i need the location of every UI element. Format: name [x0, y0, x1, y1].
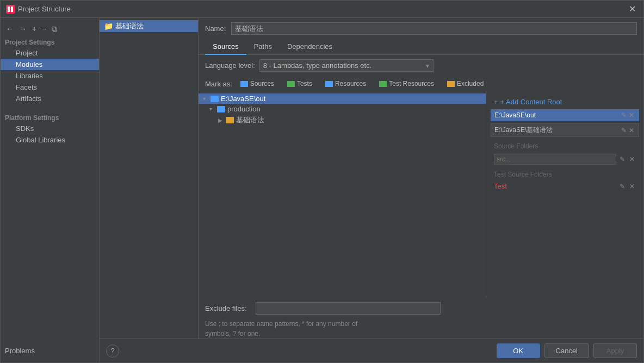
resources-folder-icon — [325, 81, 333, 87]
module-item-label: 基础语法 — [115, 21, 144, 31]
tree-item-production-label: production — [227, 105, 261, 113]
exclude-files-input[interactable] — [256, 302, 441, 315]
main-content: 📁 基础语法 Name: Sources Paths Depe — [100, 18, 643, 362]
sidebar-item-artifacts[interactable]: Artifacts — [1, 93, 99, 104]
dialog-title: Project Structure — [18, 5, 627, 13]
intellij-icon — [6, 5, 15, 14]
folder-out-icon — [210, 96, 219, 102]
svg-rect-1 — [8, 7, 10, 12]
exclude-files-row: Exclude files: — [199, 298, 643, 319]
add-content-root-button[interactable]: + + Add Content Root — [491, 96, 639, 108]
content-root-out: E:\JavaSE\out ✎ ✕ — [491, 109, 639, 121]
sidebar-item-modules[interactable]: Modules — [1, 59, 99, 70]
test-folder-item: Test ✎ ✕ — [491, 180, 639, 192]
sidebar-item-facets-label: Facets — [16, 83, 37, 91]
mark-sources-label: Sources — [250, 80, 274, 87]
bottom-bar: ? OK Cancel Apply — [100, 339, 643, 362]
name-input[interactable] — [231, 22, 637, 35]
svg-rect-0 — [6, 5, 15, 14]
sources-folder-icon — [240, 81, 248, 87]
source-folder-input-row: ✎ ✕ — [491, 152, 639, 166]
sidebar-item-problems[interactable]: Problems — [1, 343, 99, 358]
edit-source-folder-button[interactable]: ✎ — [618, 155, 626, 163]
name-row: Name: — [199, 18, 643, 39]
add-content-root-label: + Add Content Root — [500, 98, 562, 106]
test-folder-text: Test — [494, 182, 616, 190]
chevron-expand-icon: ▾ — [203, 96, 208, 102]
apply-button[interactable]: Apply — [593, 343, 637, 358]
exclude-files-label: Exclude files: — [205, 304, 251, 312]
tree-item-out-label: E:\JavaSE\out — [221, 95, 265, 103]
remove-source-folder-button[interactable]: ✕ — [628, 155, 636, 163]
remove-content-root-out-button[interactable]: ✕ — [628, 111, 635, 119]
right-panel: + + Add Content Root E:\JavaSE\out ✎ ✕ E… — [486, 91, 643, 298]
remove-module-button[interactable]: − — [41, 24, 47, 33]
folder-production-icon — [217, 106, 225, 112]
help-button[interactable]: ? — [106, 345, 119, 358]
mark-tests-label: Tests — [297, 80, 312, 87]
tree-item-javabase-label: 基础语法 — [236, 115, 264, 125]
language-level-wrapper: 8 - Lambdas, type annotations etc. ▼ — [259, 59, 434, 72]
dialog-body: ← → + − ⧉ Project Settings Project Modul… — [1, 18, 643, 362]
sidebar: ← → + − ⧉ Project Settings Project Modul… — [1, 18, 100, 362]
nav-forward-button[interactable]: → — [18, 24, 28, 33]
sidebar-toolbar: ← → + − ⧉ — [1, 22, 99, 35]
folder-javabase-icon — [226, 117, 234, 123]
tree-item-out[interactable]: ▾ E:\JavaSE\out — [199, 93, 486, 104]
excluded-folder-icon — [447, 81, 455, 87]
cancel-button[interactable]: Cancel — [544, 343, 589, 358]
mark-sources-button[interactable]: Sources — [236, 78, 279, 89]
ok-button[interactable]: OK — [497, 343, 540, 358]
sidebar-separator — [1, 104, 99, 111]
language-level-label: Language level: — [205, 61, 255, 70]
chevron-expand-icon: ▾ — [209, 106, 215, 112]
edit-content-root-out-button[interactable]: ✎ — [620, 111, 628, 119]
exclude-hint: Use ; to separate name patterns, * for a… — [199, 319, 643, 339]
remove-content-root-javabase-button[interactable]: ✕ — [628, 127, 635, 134]
content-root-out-text: E:\JavaSE\out — [494, 111, 620, 119]
content-root-javabase-text: E:\JavaSE\基础语法 — [494, 126, 620, 135]
sidebar-item-project[interactable]: Project — [1, 47, 99, 59]
module-item-javabase[interactable]: 📁 基础语法 — [100, 20, 198, 32]
nav-back-button[interactable]: ← — [5, 24, 15, 33]
test-source-folders-label: Test Source Folders — [491, 171, 639, 178]
edit-content-root-javabase-button[interactable]: ✎ — [620, 127, 628, 134]
tree-item-javabase[interactable]: ▶ 基础语法 — [199, 114, 486, 126]
language-level-select[interactable]: 8 - Lambdas, type annotations etc. — [259, 59, 434, 72]
plus-icon: + — [494, 98, 498, 106]
source-folders-label: Source Folders — [491, 142, 639, 150]
edit-test-folder-button[interactable]: ✎ — [618, 183, 626, 190]
tab-sources[interactable]: Sources — [205, 39, 246, 55]
mark-resources-button[interactable]: Resources — [320, 78, 371, 89]
tab-paths[interactable]: Paths — [246, 39, 280, 55]
content-area: ▾ E:\JavaSE\out ▾ production ▶ — [199, 91, 643, 298]
test-resources-folder-icon — [379, 81, 387, 87]
chevron-collapsed-icon: ▶ — [218, 117, 224, 123]
sidebar-item-global-libraries[interactable]: Global Libraries — [1, 134, 99, 146]
problems-label: Problems — [5, 347, 35, 355]
svg-rect-2 — [11, 7, 13, 12]
sidebar-item-modules-label: Modules — [16, 60, 42, 68]
tree-item-production[interactable]: ▾ production — [199, 104, 486, 114]
sidebar-item-libraries-label: Libraries — [16, 72, 43, 80]
copy-module-button[interactable]: ⧉ — [51, 24, 58, 34]
platform-settings-label: Platform Settings — [1, 111, 99, 123]
close-button[interactable]: ✕ — [627, 4, 638, 14]
mark-test-resources-button[interactable]: Test Resources — [374, 78, 439, 89]
mark-excluded-button[interactable]: Excluded — [442, 78, 488, 89]
sidebar-item-sdks[interactable]: SDKs — [1, 123, 99, 134]
tabs-row: Sources Paths Dependencies — [199, 39, 643, 55]
mark-as-row: Mark as: Sources Tests Resources — [199, 76, 643, 91]
sidebar-item-libraries[interactable]: Libraries — [1, 70, 99, 82]
add-module-button[interactable]: + — [31, 24, 38, 33]
tests-folder-icon — [287, 81, 295, 87]
source-folder-input[interactable] — [494, 154, 616, 165]
module-list: 📁 基础语法 — [100, 18, 199, 339]
tab-dependencies[interactable]: Dependencies — [280, 39, 340, 55]
remove-test-folder-button[interactable]: ✕ — [628, 183, 636, 190]
content-root-javabase: E:\JavaSE\基础语法 ✎ ✕ — [491, 123, 639, 137]
title-bar: Project Structure ✕ — [1, 1, 643, 18]
sidebar-item-facets[interactable]: Facets — [1, 82, 99, 93]
sidebar-item-project-label: Project — [16, 49, 38, 57]
mark-tests-button[interactable]: Tests — [282, 78, 317, 89]
